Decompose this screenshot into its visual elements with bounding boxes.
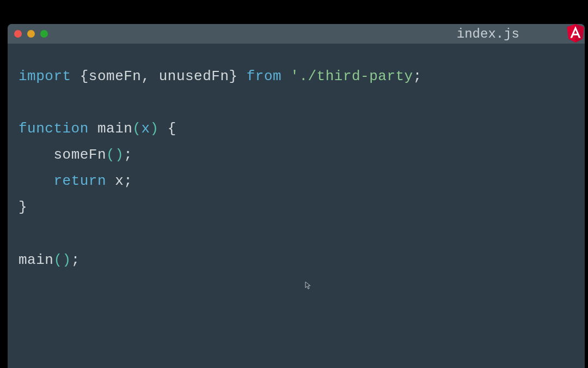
maximize-icon[interactable] xyxy=(40,30,48,38)
import-path: ./third-party xyxy=(299,68,413,85)
code-line-3: function main(x) { xyxy=(19,116,574,142)
traffic-lights xyxy=(14,30,48,38)
keyword-from: from xyxy=(247,68,281,85)
code-line-4: someFn(); xyxy=(19,142,574,168)
minimize-icon[interactable] xyxy=(27,30,35,38)
code-area[interactable]: import {someFn, unusedFn} from './third-… xyxy=(8,44,585,293)
code-line-1: import {someFn, unusedFn} from './third-… xyxy=(19,63,574,89)
keyword-import: import xyxy=(19,68,71,85)
keyword-return: return xyxy=(53,173,106,189)
return-var: x xyxy=(115,173,124,189)
code-line-7 xyxy=(19,221,574,247)
close-icon[interactable] xyxy=(14,30,22,38)
code-line-8: main(); xyxy=(19,247,574,273)
angular-icon xyxy=(566,24,585,43)
keyword-function: function xyxy=(19,120,89,137)
function-name: main xyxy=(97,120,132,137)
call-somefn: someFn xyxy=(53,147,106,163)
file-name: index.js xyxy=(457,27,519,41)
code-line-6: } xyxy=(19,194,574,220)
call-main: main xyxy=(19,252,53,268)
code-line-2 xyxy=(19,89,574,116)
param-x: x xyxy=(141,120,150,137)
title-bar: index.js xyxy=(8,24,585,44)
code-line-5: return x; xyxy=(19,168,574,194)
editor-window: index.js import {someFn, unusedFn} from … xyxy=(8,24,585,368)
